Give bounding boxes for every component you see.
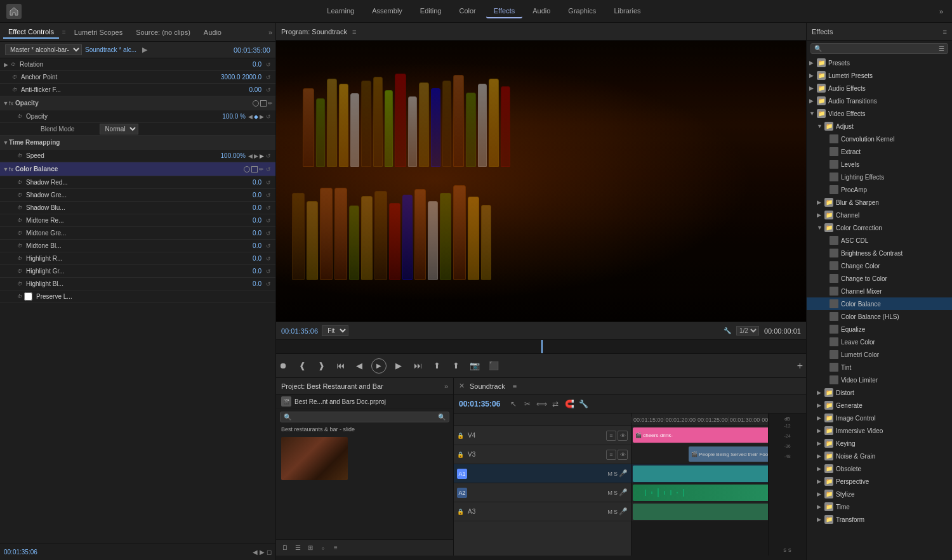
project-new-icon[interactable]: 🗒 — [280, 543, 290, 553]
highlight-blue-value[interactable]: 0.0 — [239, 280, 261, 287]
anchor-value[interactable]: 3000.0 2000.0 — [221, 74, 261, 81]
opacity-stopwatch[interactable]: ⏱ — [15, 112, 24, 121]
timeline-ruler[interactable]: 00:01:15:00 00:01:20:00 00:01:25:00 00:0… — [631, 413, 768, 426]
panel-menu-icon[interactable]: » — [268, 29, 272, 36]
v4-eye-btn[interactable]: 👁 — [618, 431, 628, 441]
tree-item-blur-sharpen[interactable]: ▶ 📁 Blur & Sharpen — [807, 196, 952, 209]
a3-mute-btn[interactable]: M — [607, 509, 612, 515]
track-row-v3[interactable]: 🎬 People Being Served their Food and Get… — [631, 445, 768, 464]
tab-source[interactable]: Source: (no clips) — [131, 27, 195, 38]
master-clip-select[interactable]: Master * alcohol-bar- — [5, 44, 82, 55]
tree-item-tint[interactable]: Tint — [807, 361, 952, 374]
effects-search-input[interactable] — [822, 45, 939, 52]
tree-item-audio-transitions[interactable]: ▶ 📁 Audio Transitions — [807, 94, 952, 107]
tree-item-stylize[interactable]: ▶ 📁 Stylize — [807, 488, 952, 500]
shadow-blue-stopwatch[interactable]: ⏱ — [15, 204, 24, 212]
a2-sync-btn[interactable]: M — [607, 490, 612, 496]
ec-bottom-scroll-left[interactable]: ◀ — [253, 549, 258, 556]
nav-color[interactable]: Color — [451, 4, 483, 18]
color-balance-arrow[interactable]: ▼ — [3, 166, 9, 173]
opacity-value[interactable]: 100.0 % — [222, 113, 246, 120]
v3-lock-icon[interactable]: 🔒 — [457, 452, 464, 458]
midtone-red-stopwatch[interactable]: ⏱ — [15, 216, 24, 225]
anchor-stopwatch[interactable]: ⏱ — [10, 73, 19, 82]
highlight-red-reset[interactable]: ↺ — [264, 254, 273, 263]
highlight-green-reset[interactable]: ↺ — [264, 267, 273, 276]
nav-editing[interactable]: Editing — [413, 4, 449, 18]
speed-nav-right[interactable]: ▶ — [254, 153, 258, 159]
tree-item-image-control[interactable]: ▶ 📁 Image Control — [807, 412, 952, 424]
tree-item-lumetri-color[interactable]: Lumetri Color — [807, 348, 952, 361]
timeline-close-btn[interactable]: ✕ — [459, 382, 465, 390]
tree-item-channel-mixer[interactable]: Channel Mixer — [807, 285, 952, 297]
ec-bottom-scroll-right[interactable]: ▶ — [260, 549, 265, 556]
clip-audio-a2[interactable] — [633, 485, 768, 501]
a3-mic-icon[interactable]: 🎤 — [619, 507, 628, 516]
cb-reset[interactable]: ↺ — [264, 165, 273, 174]
v3-eye-btn[interactable]: 👁 — [618, 450, 628, 460]
tree-item-lighting-effects[interactable]: Lighting Effects — [807, 171, 952, 183]
highlight-blue-stopwatch[interactable]: ⏱ — [15, 280, 24, 289]
tl-edit-select-btn[interactable]: ↖ — [508, 398, 519, 410]
tree-item-color-balance-hls[interactable]: Color Balance (HLS) — [807, 310, 952, 323]
transport-goto-out-btn[interactable]: ⏭ — [411, 359, 425, 373]
track-row-v4[interactable]: 🎬 cheers-drink- 🎬 alcohol-bar-beer — [631, 426, 768, 445]
a1-mute-btn[interactable]: S — [614, 471, 618, 477]
opacity-nav-left[interactable]: ◀ — [248, 114, 253, 120]
tree-item-lumetri-presets[interactable]: ▶ 📁 Lumetri Presets — [807, 69, 952, 82]
midtone-green-reset[interactable]: ↺ — [264, 229, 273, 238]
project-search-icon[interactable]: 🔍 — [438, 413, 446, 420]
v4-lock-icon[interactable]: 🔒 — [457, 433, 464, 439]
track-row-a2[interactable] — [631, 483, 768, 502]
tree-item-change-to-color[interactable]: Change to Color — [807, 272, 952, 285]
a1-mic-icon[interactable]: 🎤 — [619, 469, 628, 478]
tree-item-levels[interactable]: Levels — [807, 158, 952, 171]
nav-assembly[interactable]: Assembly — [364, 4, 410, 18]
highlight-blue-reset[interactable]: ↺ — [264, 280, 273, 289]
opacity-keyframe[interactable]: ◆ — [254, 114, 258, 120]
tree-item-immersive-video[interactable]: ▶ 📁 Immersive Video — [807, 424, 952, 437]
tree-item-convolution-kernel[interactable]: Convolution Kernel — [807, 133, 952, 145]
tree-item-audio-effects[interactable]: ▶ 📁 Audio Effects — [807, 82, 952, 94]
project-list-icon[interactable]: ☰ — [293, 543, 303, 553]
tree-item-video-limiter[interactable]: Video Limiter — [807, 374, 952, 386]
project-thumbnail[interactable] — [281, 437, 348, 480]
effects-panel-menu-icon[interactable]: ≡ — [943, 28, 947, 36]
antiflicker-stopwatch[interactable]: ⏱ — [10, 86, 19, 94]
shadow-green-stopwatch[interactable]: ⏱ — [15, 191, 24, 200]
tree-item-video-effects[interactable]: ▼ 📁 Video Effects — [807, 107, 952, 120]
monitor-fit-select[interactable]: Fit — [322, 325, 348, 336]
transport-lift-btn[interactable]: ⬆ — [430, 359, 444, 373]
highlight-green-value[interactable]: 0.0 — [239, 268, 261, 275]
tree-item-equalize[interactable]: Equalize — [807, 323, 952, 335]
blend-mode-select[interactable]: Normal — [100, 124, 138, 134]
a1-sync-btn[interactable]: M — [607, 471, 612, 477]
tree-item-channel[interactable]: ▶ 📁 Channel — [807, 209, 952, 221]
rotation-stopwatch[interactable]: ⏱ — [9, 60, 18, 69]
preserve-checkbox[interactable] — [24, 292, 32, 301]
transport-record-btn[interactable]: ⏺ — [276, 359, 290, 373]
time-remap-arrow[interactable]: ▼ — [3, 140, 9, 146]
effects-search-filter-icon[interactable]: ☰ — [939, 45, 944, 52]
a3-lock-icon[interactable]: 🔒 — [457, 509, 464, 515]
a2-mute-btn[interactable]: S — [614, 490, 618, 496]
highlight-red-stopwatch[interactable]: ⏱ — [15, 254, 24, 263]
shadow-blue-value[interactable]: 0.0 — [239, 204, 261, 211]
shadow-red-stopwatch[interactable]: ⏱ — [15, 178, 24, 187]
transport-goto-in-btn[interactable]: ⏮ — [333, 359, 347, 373]
transport-play-btn[interactable]: ▶ — [371, 358, 387, 374]
timeline-timecode[interactable]: 00:01:35:06 — [459, 400, 500, 408]
rotation-reset[interactable]: ↺ — [264, 60, 273, 69]
tree-item-adjust[interactable]: ▼ 📁 Adjust — [807, 120, 952, 133]
antiflicker-value[interactable]: 0.00 — [239, 86, 261, 93]
shadow-red-reset[interactable]: ↺ — [264, 178, 273, 187]
project-search-input[interactable] — [284, 413, 438, 420]
midtone-blue-value[interactable]: 0.0 — [239, 242, 261, 249]
nav-libraries[interactable]: Libraries — [606, 4, 648, 18]
tree-item-presets[interactable]: ▶ 📁 Presets — [807, 56, 952, 69]
opacity-reset[interactable]: ↺ — [264, 112, 273, 121]
transport-insert-btn[interactable]: ⬛ — [487, 359, 501, 373]
nav-audio[interactable]: Audio — [525, 4, 558, 18]
speed-forward[interactable]: ▶ — [260, 153, 264, 159]
tab-lumetri-scopes[interactable]: Lumetri Scopes — [69, 27, 128, 38]
